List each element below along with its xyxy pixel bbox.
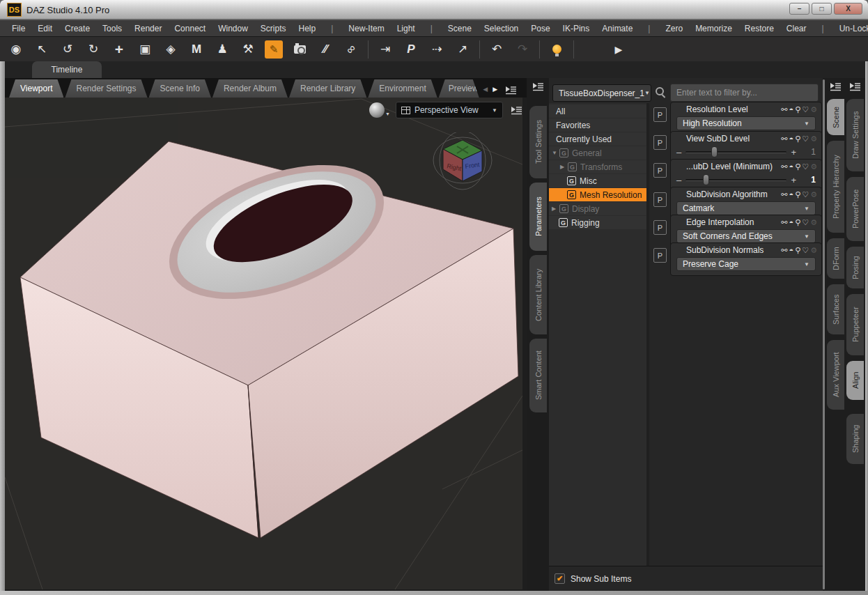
gear-icon[interactable]: ⚙ — [810, 105, 817, 114]
export-file-icon[interactable]: ⇢ — [428, 40, 446, 59]
light-icon[interactable] — [548, 40, 566, 59]
view-orientation-cube[interactable]: Right Front — [429, 132, 496, 194]
tool-options-icon[interactable]: ⚒ — [239, 40, 257, 59]
menu-item-tools[interactable]: Tools — [96, 24, 128, 33]
key-icon[interactable]: ⚲ — [795, 162, 800, 171]
show-sub-items-checkbox[interactable]: ✔ — [555, 573, 565, 584]
tab-viewport[interactable]: Viewport — [9, 79, 63, 98]
scale-tool-icon[interactable]: ▣ — [136, 40, 154, 59]
subdivision-algorithm-dropdown[interactable]: Catmark ▼ — [676, 201, 816, 215]
toolbar-overflow-icon[interactable]: ▶ — [610, 40, 628, 59]
slider-handle[interactable] — [703, 174, 709, 185]
orb-dropdown-arrow-icon[interactable]: ▼ — [385, 111, 390, 116]
link-icon[interactable]: ⚯ — [781, 190, 787, 199]
gear-icon[interactable]: ⚙ — [810, 134, 817, 144]
gear-icon[interactable]: ⚙ — [810, 162, 817, 171]
menu-item-connect[interactable]: Connect — [168, 24, 212, 33]
link-icon[interactable]: ⚯ — [781, 162, 787, 171]
param-settings-button[interactable]: P — [653, 107, 667, 122]
camera-selector-dropdown[interactable]: Perspective View ▼ — [396, 102, 503, 118]
menu-item-memorize[interactable]: Memorize — [689, 24, 738, 33]
key-icon[interactable]: ⚲ — [795, 105, 800, 114]
tab-powerpose[interactable]: PowerPose — [846, 177, 864, 241]
tab-preview[interactable]: Preview — [439, 79, 479, 98]
key-icon[interactable]: ⚲ — [795, 246, 800, 255]
tab-render-library[interactable]: Render Library — [289, 79, 366, 98]
menu-item-help[interactable]: Help — [293, 24, 323, 33]
key-icon[interactable]: ⚲ — [795, 134, 800, 144]
menu-item-edit[interactable]: Edit — [31, 24, 59, 33]
pane-menu-icon[interactable] — [848, 82, 861, 91]
menu-item-animate[interactable]: Animate — [596, 24, 639, 33]
gear-icon[interactable]: ⚙ — [810, 246, 817, 255]
menu-item-scripts[interactable]: Scripts — [254, 24, 293, 33]
group-mesh-resolution[interactable]: G Mesh Resolution — [549, 188, 646, 201]
menu-item-create[interactable]: Create — [59, 24, 96, 33]
ball-icon[interactable]: ◓ — [789, 246, 794, 255]
menu-item-un-lock[interactable]: Un-Lock — [833, 24, 868, 33]
node-selection-tool-icon[interactable]: ↖ — [33, 40, 51, 59]
heart-icon[interactable]: ♡ — [802, 162, 809, 171]
tab-smart-content[interactable]: Smart Content — [529, 339, 547, 412]
gear-icon[interactable]: ⚙ — [810, 190, 817, 199]
render-subd-level-slider[interactable]: – + 1 — [676, 173, 816, 186]
panel-scrollbar[interactable] — [823, 79, 825, 589]
menu-item-restore[interactable]: Restore — [738, 24, 780, 33]
texture-brush-icon[interactable]: ⁄⁄ — [316, 40, 334, 59]
view-orb-icon[interactable] — [369, 102, 385, 118]
ball-icon[interactable]: ◓ — [789, 162, 794, 171]
heart-icon[interactable]: ♡ — [802, 190, 809, 199]
gear-icon[interactable]: ⚙ — [810, 218, 817, 227]
tab-scene-info[interactable]: Scene Info — [149, 79, 211, 98]
group-rigging[interactable]: G Rigging — [549, 216, 646, 229]
key-icon[interactable]: ⚲ — [795, 190, 800, 199]
tab-draw-settings[interactable]: Draw Settings — [846, 99, 864, 171]
rotate-view-tool-icon[interactable]: ↺ — [59, 40, 77, 59]
translate-tool-icon[interactable]: + — [110, 40, 128, 59]
expand-closed-icon[interactable]: ▶ — [552, 206, 559, 212]
menu-item-scene[interactable]: Scene — [442, 24, 478, 33]
tab-scroll-right-icon[interactable]: ▶ — [490, 82, 500, 96]
filter-input[interactable] — [670, 84, 819, 102]
minimize-button[interactable]: – — [789, 3, 809, 15]
ball-icon[interactable]: ◓ — [789, 190, 794, 199]
expand-closed-icon[interactable]: ▶ — [560, 164, 568, 170]
link-icon[interactable]: ⚯ — [781, 218, 787, 227]
scene-navigator-icon[interactable]: ◉ — [7, 40, 25, 59]
link-icon[interactable]: ⚯ — [781, 105, 787, 114]
group-display[interactable]: ▶ G Display — [549, 202, 646, 215]
param-settings-button[interactable]: P — [653, 192, 667, 207]
tab-render-album[interactable]: Render Album — [212, 79, 288, 98]
node-selector-dropdown[interactable]: TissueBoxDispenser_1 ▼ — [552, 84, 651, 102]
tab-shaping[interactable]: Shaping — [846, 414, 864, 464]
rotate-tool-icon[interactable]: ↻ — [84, 40, 102, 59]
import-file-icon[interactable]: ⇥ — [376, 40, 394, 59]
restore-button[interactable]: □ — [812, 3, 832, 15]
tab-scroll-left-icon[interactable]: ◀ — [481, 82, 490, 96]
tab-aux-viewport[interactable]: Aux Viewport — [827, 340, 844, 410]
param-settings-button[interactable]: P — [653, 220, 667, 235]
view-subd-level-slider[interactable]: – + 1 — [676, 146, 816, 158]
slider-minus-icon[interactable]: – — [676, 175, 681, 185]
expand-open-icon[interactable]: ▼ — [552, 150, 559, 156]
ball-icon[interactable]: ◓ — [789, 105, 794, 114]
slider-track[interactable] — [685, 179, 786, 181]
group-currently-used[interactable]: Currently Used — [549, 132, 646, 146]
ball-icon[interactable]: ◓ — [789, 218, 794, 227]
heart-icon[interactable]: ♡ — [802, 134, 809, 144]
slider-plus-icon[interactable]: + — [791, 175, 796, 185]
close-button[interactable]: X — [834, 3, 862, 15]
tab-puppeteer[interactable]: Puppeteer — [846, 294, 864, 355]
link-icon[interactable]: ⚯ — [781, 246, 787, 255]
heart-icon[interactable]: ♡ — [802, 105, 809, 114]
menu-item-selection[interactable]: Selection — [478, 24, 525, 33]
resolution-level-dropdown[interactable]: High Resolution ▼ — [676, 116, 816, 130]
tab-render-settings[interactable]: Render Settings — [65, 79, 147, 98]
group-transforms[interactable]: ▶ G Transforms — [549, 160, 646, 173]
heart-icon[interactable]: ♡ — [802, 218, 809, 227]
ball-icon[interactable]: ◓ — [789, 134, 794, 144]
tab-content-library[interactable]: Content Library — [529, 255, 547, 334]
undo-icon[interactable]: ↶ — [488, 40, 506, 59]
tab-tool-settings[interactable]: Tool Settings — [529, 106, 547, 178]
key-icon[interactable]: ⚲ — [795, 218, 800, 227]
